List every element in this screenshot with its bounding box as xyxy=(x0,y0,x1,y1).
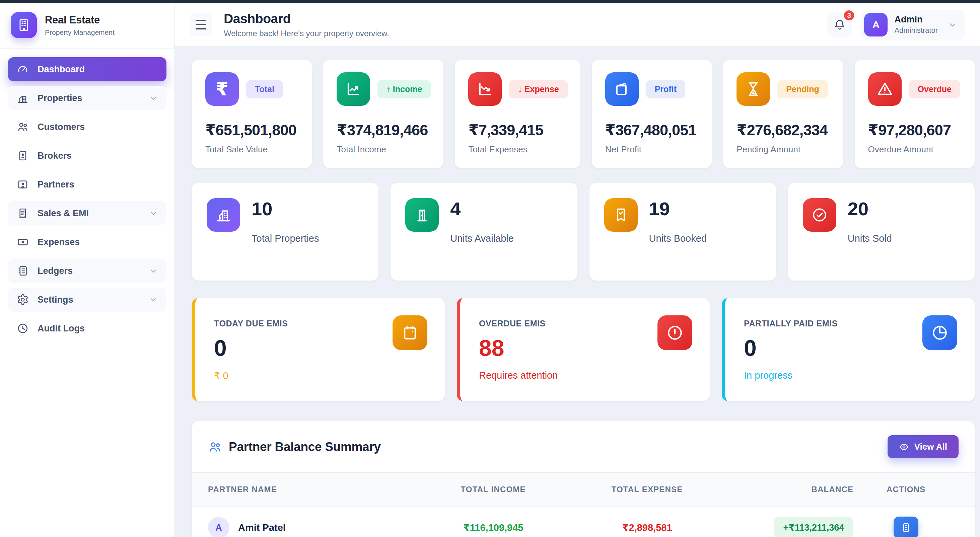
emi-card-overdue: OVERDUE EMIS 88 Requires attention xyxy=(457,298,710,401)
bell-icon xyxy=(834,19,846,31)
status-badge: Profit xyxy=(646,80,685,99)
users-icon xyxy=(208,440,222,454)
chevron-down-icon xyxy=(149,209,158,218)
page-subtitle: Welcome back! Here's your property overv… xyxy=(224,29,389,38)
status-badge: ↑ Income xyxy=(377,80,431,99)
count-label: Units Booked xyxy=(649,233,707,244)
main-content: ₹ Total ₹651,501,800 Total Sale Value ↑ … xyxy=(175,46,980,537)
partner-income: ₹116,109,945 xyxy=(418,522,568,533)
users-icon xyxy=(17,121,29,133)
menu-toggle-button[interactable] xyxy=(189,13,212,36)
sidebar-item-brokers[interactable]: Brokers xyxy=(8,144,167,168)
building-logo-icon xyxy=(11,12,37,38)
sidebar-item-ledgers[interactable]: Ledgers xyxy=(8,259,167,283)
app-title: Real Estate xyxy=(45,14,115,26)
app-tagline: Property Management xyxy=(45,29,115,37)
partner-name-cell: A Amit Patel xyxy=(208,517,418,537)
stat-value: ₹367,480,051 xyxy=(605,121,699,139)
partner-balance-cell: +₹113,211,364 xyxy=(726,517,853,537)
ledger-icon xyxy=(17,265,29,277)
stat-card-net-profit: Profit ₹367,480,051 Net Profit xyxy=(592,60,712,168)
table-header: PARTNER NAME TOTAL INCOME TOTAL EXPENSE … xyxy=(192,472,975,507)
stat-value: ₹7,339,415 xyxy=(468,121,567,139)
sidebar-item-label: Audit Logs xyxy=(38,323,85,334)
view-all-button[interactable]: View All xyxy=(888,435,959,458)
chevron-down-icon xyxy=(149,295,158,304)
column-header-partner-name: PARTNER NAME xyxy=(208,485,418,494)
sidebar-item-audit-logs[interactable]: Audit Logs xyxy=(8,316,167,340)
check-circle-icon xyxy=(803,198,836,232)
alert-circle-icon xyxy=(657,315,692,350)
emi-subtext: In progress xyxy=(744,370,959,381)
gauge-icon xyxy=(17,63,29,75)
stat-card-total-income: ↑ Income ₹374,819,466 Total Income xyxy=(323,60,444,168)
stats-row: ₹ Total ₹651,501,800 Total Sale Value ↑ … xyxy=(192,60,975,168)
ledger-action-button[interactable] xyxy=(894,516,918,537)
partner-actions-cell xyxy=(853,516,959,537)
sidebar-item-label: Sales & EMI xyxy=(38,208,89,219)
sidebar-nav: Dashboard Properties xyxy=(0,49,175,349)
stat-label: Total Expenses xyxy=(468,144,567,155)
user-menu[interactable]: A Admin Administrator xyxy=(861,10,965,40)
partner-expense: ₹2,898,581 xyxy=(568,522,726,533)
emi-card-partially-paid: PARTIALLY PAID EMIS 0 In progress xyxy=(722,298,975,401)
alert-triangle-icon xyxy=(868,72,902,106)
sidebar-item-expenses[interactable]: Expenses xyxy=(8,230,167,254)
sidebar-item-label: Expenses xyxy=(38,237,80,248)
column-header-balance: BALANCE xyxy=(726,485,853,494)
status-badge: Pending xyxy=(777,80,828,99)
status-badge: Overdue xyxy=(909,80,960,99)
banknote-icon xyxy=(17,236,29,248)
bookmark-check-icon xyxy=(604,198,638,232)
status-badge: Total xyxy=(246,80,283,99)
receipt-icon xyxy=(17,207,29,219)
notifications-button[interactable]: 3 xyxy=(827,13,852,37)
stat-value: ₹651,501,800 xyxy=(205,121,299,139)
status-badge: ↓ Expense xyxy=(509,80,567,99)
sidebar-item-label: Brokers xyxy=(38,151,72,161)
partner-card-icon xyxy=(17,178,29,191)
app-title-block: Real Estate Property Management xyxy=(45,14,115,37)
wallet-icon xyxy=(605,72,639,106)
stat-label: Net Profit xyxy=(605,144,699,155)
stat-card-total-expenses: ↓ Expense ₹7,339,415 Total Expenses xyxy=(455,60,580,168)
sidebar-item-label: Dashboard xyxy=(38,64,85,75)
emi-card-today-due: TODAY DUE EMIS 0 ₹ 0 xyxy=(192,298,445,401)
sidebar-item-customers[interactable]: Customers xyxy=(8,115,167,139)
sidebar-item-properties[interactable]: Properties xyxy=(8,86,167,110)
column-header-actions: ACTIONS xyxy=(853,485,959,494)
sidebar-item-dashboard[interactable]: Dashboard xyxy=(8,57,167,81)
notification-count-badge: 3 xyxy=(843,9,855,22)
sidebar-item-partners[interactable]: Partners xyxy=(8,172,167,197)
counts-row: 10 Total Properties 4 Units Available xyxy=(192,183,975,281)
table-row: A Amit Patel ₹116,109,945 ₹2,898,581 +₹1… xyxy=(192,507,975,537)
door-icon xyxy=(405,198,439,232)
page-title: Dashboard xyxy=(224,11,389,26)
count-card-total-properties: 10 Total Properties xyxy=(192,183,379,281)
clock-icon xyxy=(17,323,29,334)
avatar: A xyxy=(208,517,229,537)
count-label: Units Available xyxy=(450,233,514,244)
pie-chart-icon xyxy=(923,315,957,350)
receipt-icon xyxy=(900,522,912,533)
sidebar-item-sales-emi[interactable]: Sales & EMI xyxy=(8,201,167,225)
stat-label: Total Sale Value xyxy=(205,144,299,155)
avatar: A xyxy=(864,13,888,37)
building-icon xyxy=(207,198,240,232)
count-value: 10 xyxy=(251,200,319,218)
count-value: 20 xyxy=(848,200,892,218)
window-top-bar xyxy=(0,0,980,3)
rupee-icon: ₹ xyxy=(205,72,239,106)
stat-value: ₹276,682,334 xyxy=(737,121,830,139)
sidebar-item-label: Properties xyxy=(38,93,83,103)
count-label: Total Properties xyxy=(251,233,319,244)
partner-name: Amit Patel xyxy=(238,522,286,533)
stat-value: ₹374,819,466 xyxy=(337,121,431,139)
chevron-down-icon xyxy=(948,20,957,29)
count-card-units-sold: 20 Units Sold xyxy=(788,183,975,281)
stat-card-total-sale: ₹ Total ₹651,501,800 Total Sale Value xyxy=(192,60,312,168)
app-screen: Real Estate Property Management Dashboar… xyxy=(0,0,980,537)
gear-icon xyxy=(17,294,29,306)
sidebar-item-settings[interactable]: Settings xyxy=(8,288,167,312)
partner-balance-card: Partner Balance Summary View All PARTNER… xyxy=(192,421,975,537)
